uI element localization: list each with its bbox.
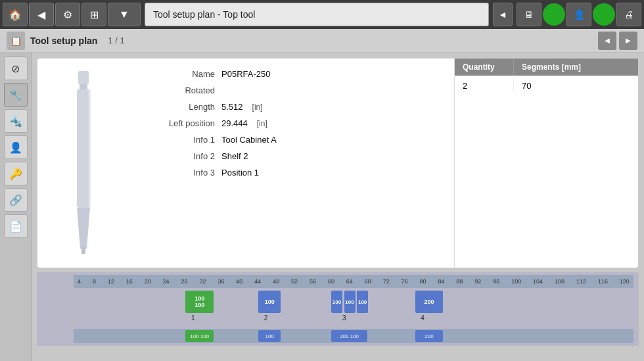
ruler-tick: 36 [218, 278, 224, 285]
toolbar-right-group: 🖥 👤 🖨 [517, 3, 641, 26]
ruler-tick: 52 [291, 278, 298, 285]
value-info3: Position 1 [221, 168, 259, 178]
ruler-tick: 48 [273, 278, 279, 285]
detail-area: Name P05RFA-250 Rotated Length 5.512 [in… [32, 53, 644, 361]
segment-num-1: 1 [191, 314, 195, 322]
breadcrumb-prev-btn[interactable]: ◄ [598, 32, 616, 50]
left-sidebar: ⊘ 🔧 🔩 👤 🔑 🔗 📄 [0, 53, 32, 361]
svg-rect-0 [78, 71, 89, 84]
seg-segments-1: 70 [514, 80, 539, 92]
sidebar-btn-5[interactable]: 🔑 [4, 162, 28, 185]
bottom-seg-2: 100 [258, 330, 281, 342]
ruler-tick: 24 [163, 278, 170, 285]
toolbar-monitor-btn[interactable]: 🖥 [517, 3, 541, 26]
col-header-quantity: Quantity [455, 59, 514, 76]
sidebar-btn-3[interactable]: 🔩 [4, 109, 28, 133]
main-content: ⊘ 🔧 🔩 👤 🔑 🔗 📄 [0, 53, 644, 361]
ruler-tick: 20 [145, 278, 151, 285]
ruler-tick: 76 [402, 278, 408, 285]
svg-rect-2 [77, 89, 90, 208]
ruler-tick: 112 [576, 278, 586, 285]
toolbar-user-btn[interactable]: 👤 [566, 3, 591, 26]
bottom-seg-4: 200 [415, 330, 444, 342]
bottom-ruler: 100 100 100 200 100 200 [74, 329, 633, 343]
label-info3: Info 3 [143, 168, 215, 178]
toolbar-btn-grid[interactable]: ⊞ [81, 3, 106, 26]
seg-quantity-1: 2 [455, 80, 514, 92]
svg-marker-3 [77, 208, 90, 249]
sidebar-btn-7[interactable]: 📄 [4, 214, 28, 238]
svg-rect-4 [81, 247, 85, 254]
toolbar-btn-dropdown[interactable]: ▼ [108, 3, 141, 26]
label-name: Name [143, 69, 215, 79]
info-row-rotated: Rotated [143, 85, 441, 95]
segment-block-3c: 100 [357, 291, 368, 313]
breadcrumb-page: 1 / 1 [108, 36, 124, 45]
ruler-tick: 120 [620, 278, 630, 285]
toolbar-print-btn[interactable]: 🖨 [616, 3, 641, 26]
svg-rect-5 [89, 89, 91, 208]
tool-info-panel: Name P05RFA-250 Rotated Length 5.512 [in… [129, 59, 454, 268]
breadcrumb-icon: 📋 [7, 32, 25, 50]
sidebar-btn-1[interactable]: ⊘ [4, 57, 28, 80]
tool-image-panel [37, 59, 129, 268]
label-info2: Info 2 [143, 151, 215, 161]
bottom-seg-3: 200 100 [331, 330, 367, 342]
breadcrumb-title: Tool setup plan [30, 36, 97, 46]
segment-block-3b: 100 [344, 291, 356, 313]
seg-row-1: 2 70 [455, 78, 638, 93]
ruler-tick: 72 [383, 278, 390, 285]
ruler-tick: 96 [493, 278, 499, 285]
segment-block-1: 100 100 [185, 291, 214, 313]
toolbar-nav-back[interactable]: ◄ [493, 3, 513, 26]
ruler-tick: 16 [126, 278, 133, 285]
toolbar-btn-home[interactable]: 🏠 [3, 3, 28, 26]
value-name: P05RFA-250 [221, 69, 270, 79]
segments-row: 100 100 1 100 2 100 100 100 [74, 289, 633, 327]
toolbar-green-btn2[interactable] [593, 3, 615, 26]
breadcrumb-next-btn[interactable]: ► [619, 32, 637, 50]
segments-panel: Quantity Segments [mm] 2 70 [454, 59, 638, 268]
info-row-leftpos: Left position 29.444 [in] [143, 118, 441, 128]
ruler-tick: 80 [420, 278, 426, 285]
tool-image [64, 71, 103, 255]
top-toolbar: 🏠 ◀ ⚙ ⊞ ▼ Tool setup plan - Top tool ◄ 🖥… [0, 0, 644, 29]
bottom-area: 4 8 12 16 20 24 28 32 36 40 44 48 52 56 [37, 272, 639, 346]
segment-num-2: 2 [264, 314, 268, 322]
segment-num-4: 4 [421, 314, 425, 322]
svg-rect-1 [80, 84, 87, 89]
segment-num-3: 3 [342, 314, 346, 322]
ruler-tick: 68 [365, 278, 371, 285]
info-row-info1: Info 1 Tool Cabinet A [143, 135, 441, 145]
breadcrumb-nav: ◄ ► [598, 32, 637, 50]
info-row-info2: Info 2 Shelf 2 [143, 151, 441, 161]
label-leftpos: Left position [143, 118, 215, 128]
label-info1: Info 1 [143, 135, 215, 145]
ruler-tick: 32 [199, 278, 206, 285]
ruler-tick: 28 [181, 278, 188, 285]
ruler-tick: 64 [346, 278, 353, 285]
value-length: 5.512 [221, 102, 243, 112]
label-length: Length [143, 102, 215, 112]
toolbar-btn-back[interactable]: ◀ [29, 3, 54, 26]
ruler-tick: 8 [93, 278, 96, 285]
sidebar-btn-6[interactable]: 🔗 [4, 188, 28, 212]
info-row-name: Name P05RFA-250 [143, 69, 441, 79]
toolbar-btn-settings[interactable]: ⚙ [55, 3, 80, 26]
segments-header: Quantity Segments [mm] [455, 59, 638, 76]
ruler-tick: 40 [236, 278, 242, 285]
ruler-tick: 108 [555, 278, 564, 285]
segment-block-4: 200 [415, 291, 444, 313]
bottom-seg-1: 100 100 [185, 330, 214, 342]
unit-length: [in] [252, 103, 263, 112]
ruler-tick: 56 [310, 278, 316, 285]
unit-leftpos: [in] [257, 119, 267, 128]
sidebar-btn-4[interactable]: 👤 [4, 135, 28, 159]
sidebar-btn-2[interactable]: 🔧 [4, 83, 28, 107]
ruler: 4 8 12 16 20 24 28 32 36 40 44 48 52 56 [74, 275, 633, 288]
segments-body: 2 70 [455, 76, 638, 96]
tool-card: Name P05RFA-250 Rotated Length 5.512 [in… [37, 58, 639, 268]
toolbar-green-btn1[interactable] [543, 3, 565, 26]
ruler-tick: 88 [456, 278, 463, 285]
col-header-segments: Segments [mm] [514, 59, 589, 76]
